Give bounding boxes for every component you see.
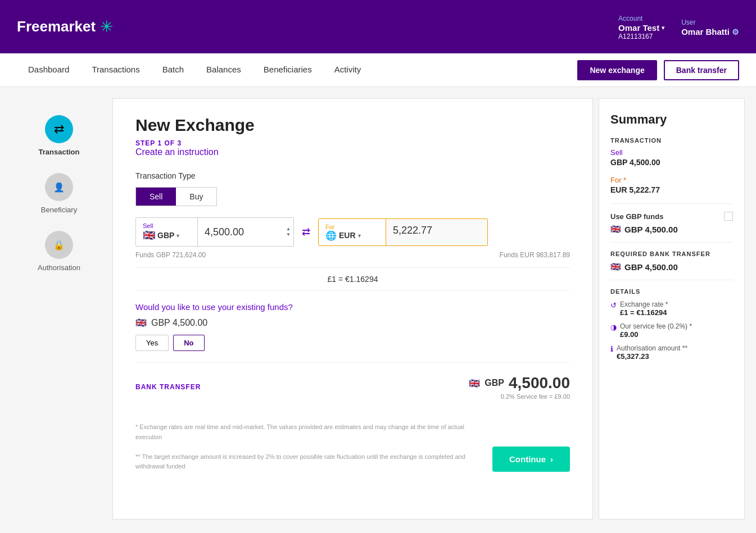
req-transfer-value: GBP 4,500.00 (624, 262, 678, 272)
for-amount-display: 5,222.77 (386, 219, 487, 245)
service-fee-note: 0.2% Service fee = £9.00 (469, 393, 570, 400)
nav-dashboard[interactable]: Dashboard (17, 53, 80, 87)
for-currency-select[interactable]: For 🌐 EUR ▾ (319, 219, 386, 245)
authorisation-icon: 🔒 (53, 240, 65, 250)
auth-amount-detail-value: €5,327.23 (617, 352, 687, 361)
header-right: Account Omar Test ▾ A12113167 User Omar … (618, 13, 739, 40)
existing-funds-amount: 🇬🇧 GBP 4,500.00 (135, 317, 570, 328)
bank-amount: 4,500.00 (509, 374, 570, 392)
sell-chevron-icon: ▾ (176, 233, 179, 239)
funds-info-row: Funds GBP 721,624.00 Funds EUR 983,817.8… (135, 251, 570, 259)
sell-amount-wrapper: ▲ ▼ (198, 218, 293, 246)
nav-beneficiaries[interactable]: Beneficiaries (252, 53, 323, 87)
yes-button[interactable]: Yes (135, 335, 169, 351)
details-label: DETAILS (610, 288, 733, 295)
settings-gear-icon[interactable]: ⚙ (732, 28, 739, 37)
nav-action-buttons: New exchange Bank transfer (577, 60, 739, 80)
existing-funds-title: Would you like to use your existing fund… (135, 302, 570, 312)
for-chevron-icon: ▾ (358, 233, 361, 239)
for-funds-text: Funds EUR 983,817.89 (500, 251, 570, 259)
use-gbp-label: Use GBP funds (610, 212, 663, 221)
account-name[interactable]: Omar Test ▾ (618, 23, 664, 33)
summary-for-item: For * EUR 5,222.77 (610, 176, 733, 194)
sell-amount-input[interactable] (198, 221, 293, 244)
step-authorisation-circle: 🔒 (45, 231, 73, 259)
summary-divider-3 (610, 280, 733, 280)
for-currency-code: EUR (339, 231, 356, 240)
sell-currency-code: GBP (157, 231, 174, 240)
summary-transaction-label: TRANSACTION (610, 137, 733, 144)
currency-row: Sell 🇬🇧 GBP ▾ ▲ ▼ ⇄ (135, 217, 570, 247)
nav-activity[interactable]: Activity (323, 53, 373, 87)
use-gbp-amount: 🇬🇧 GBP 4,500.00 (610, 224, 733, 234)
summary-for-label: For * (610, 176, 733, 184)
auth-amount-detail-label: Authorisation amount ** (617, 344, 687, 352)
buy-button[interactable]: Buy (176, 188, 216, 206)
step-indicator: STEP 1 OF 3 (135, 139, 570, 147)
step-transaction: ⇄ Transaction (39, 115, 80, 156)
use-gbp-row: Use GBP funds (610, 212, 733, 221)
account-chevron-icon: ▾ (662, 25, 664, 31)
summary-panel: Summary TRANSACTION Sell GBP 4,500.00 Fo… (599, 98, 745, 520)
no-button[interactable]: No (173, 335, 204, 351)
bank-transfer-button[interactable]: Bank transfer (664, 60, 739, 80)
req-transfer-flag: 🇬🇧 (610, 262, 621, 272)
for-top-label: For (325, 224, 361, 230)
step-description: Create an instruction (135, 147, 570, 157)
header: Freemarket ✳ Account Omar Test ▾ A121131… (0, 0, 756, 53)
exchange-rate-icon: ↺ (610, 301, 617, 309)
summary-divider-1 (610, 203, 733, 204)
summary-for-value: EUR 5,222.77 (610, 185, 733, 194)
continue-button[interactable]: Continue › (492, 447, 570, 472)
summary-sell-value: GBP 4,500.00 (610, 158, 733, 167)
yes-no-buttons: Yes No (135, 335, 570, 351)
nav-transactions[interactable]: Transactions (80, 53, 151, 87)
footnote-2: ** The target exchange amount is increas… (135, 452, 492, 472)
use-gbp-checkbox[interactable] (724, 212, 733, 221)
for-currency-box: For 🌐 EUR ▾ 5,222.77 (318, 218, 488, 246)
swap-currencies-icon[interactable]: ⇄ (300, 226, 313, 238)
step-authorisation: 🔒 Authorisation (38, 231, 80, 272)
sell-currency-select[interactable]: Sell 🇬🇧 GBP ▾ (136, 218, 198, 246)
service-fee-detail-value: £9.00 (620, 330, 692, 339)
page-title: New Exchange (135, 116, 570, 135)
auth-amount-detail: ℹ Authorisation amount ** €5,327.23 (610, 344, 733, 361)
sell-flag-icon: 🇬🇧 (143, 229, 155, 242)
new-exchange-button[interactable]: New exchange (577, 60, 657, 80)
req-transfer-label: REQUIRED BANK TRANSFER (610, 250, 733, 257)
sell-amount-spinners: ▲ ▼ (286, 226, 291, 238)
form-content: New Exchange STEP 1 OF 3 Create an instr… (112, 98, 593, 520)
exchange-rate-display: £1 = €1.16294 (135, 267, 570, 291)
sell-amount-down[interactable]: ▼ (286, 232, 291, 238)
bank-transfer-section: BANK TRANSFER 🇬🇧 GBP 4,500.00 0.2% Servi… (135, 362, 570, 400)
step-transaction-label: Transaction (39, 148, 80, 156)
user-info: User Omar Bhatti ⚙ (681, 17, 739, 37)
account-label: Account (618, 15, 642, 22)
service-fee-detail: ◑ Our service fee (0.2%) * £9.00 (610, 322, 733, 339)
existing-funds-section: Would you like to use your existing fund… (135, 302, 570, 351)
bank-transfer-amount: 🇬🇧 GBP 4,500.00 (469, 374, 570, 392)
req-transfer-amount: 🇬🇧 GBP 4,500.00 (610, 262, 733, 272)
exchange-rate-detail-value: £1 = €1.16294 (620, 308, 668, 317)
logo-icon: ✳ (100, 17, 113, 36)
step-beneficiary-label: Beneficiary (41, 206, 77, 214)
transaction-icon: ⇄ (54, 122, 64, 136)
footnote-1: * Exchange rates are real time and mid-m… (135, 422, 492, 442)
nav-batch[interactable]: Batch (151, 53, 195, 87)
summary-divider-2 (610, 242, 733, 243)
sell-amount-up[interactable]: ▲ (286, 226, 291, 232)
existing-funds-flag: 🇬🇧 (135, 317, 147, 328)
service-fee-icon: ◑ (610, 323, 617, 331)
use-gbp-flag: 🇬🇧 (610, 224, 621, 234)
account-info: Account Omar Test ▾ A12113167 (618, 13, 664, 40)
main-content: ⇄ Transaction 👤 Beneficiary 🔒 Authorisat… (0, 87, 756, 531)
for-flag-icon: 🌐 (325, 230, 337, 241)
bank-transfer-right: 🇬🇧 GBP 4,500.00 0.2% Service fee = £9.00 (469, 374, 570, 400)
sell-top-label: Sell (143, 222, 179, 229)
logo-text: Freemarket (17, 18, 96, 35)
nav-balances[interactable]: Balances (195, 53, 252, 87)
step-transaction-circle: ⇄ (45, 115, 73, 143)
footnotes: * Exchange rates are real time and mid-m… (135, 422, 492, 472)
user-name: Omar Bhatti ⚙ (681, 27, 739, 37)
sell-button[interactable]: Sell (136, 188, 176, 206)
